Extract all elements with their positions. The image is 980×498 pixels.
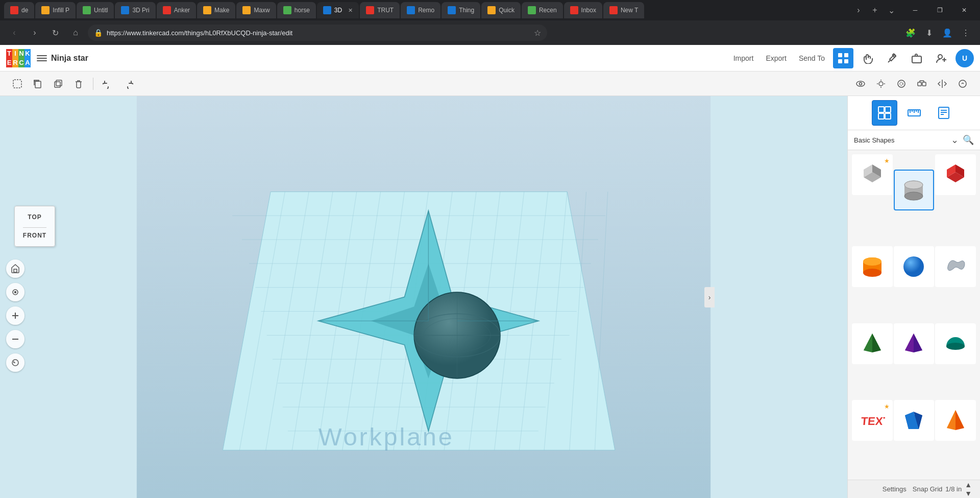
- tab-truth[interactable]: TRUT: [360, 2, 400, 18]
- shape-purple-pyramid[interactable]: [894, 323, 935, 364]
- tab-list-button[interactable]: ⌄: [884, 3, 898, 17]
- select-all-button[interactable]: [8, 75, 27, 93]
- shapes-tab[interactable]: [872, 100, 897, 126]
- send-to-button[interactable]: Send To: [795, 52, 829, 64]
- shape-green-pyramid[interactable]: [852, 323, 893, 364]
- mirror-button[interactable]: [933, 75, 951, 93]
- fit-view-button[interactable]: [6, 283, 24, 301]
- tab-make[interactable]: Make: [197, 2, 235, 18]
- downloads-icon[interactable]: ⬇: [921, 25, 937, 41]
- tab-newt[interactable]: New T: [603, 2, 644, 18]
- forward-button[interactable]: ›: [27, 25, 43, 41]
- export-button[interactable]: Export: [762, 52, 790, 64]
- tab-de[interactable]: de: [4, 2, 34, 18]
- svg-point-31: [15, 292, 16, 293]
- view-cube-inner[interactable]: TOP FRONT: [14, 206, 55, 247]
- category-dropdown-button[interactable]: ⌄: [951, 134, 959, 146]
- duplicate-button[interactable]: [49, 75, 67, 93]
- tab-thing[interactable]: Thing: [442, 2, 480, 18]
- profile-icon[interactable]: 👤: [939, 25, 955, 41]
- browser-toolbar-right: 🧩 ⬇ 👤 ⋮: [902, 25, 974, 41]
- tinkercad-logo[interactable]: T I N K E R C A: [6, 49, 31, 67]
- menu-hamburger-icon[interactable]: [37, 53, 47, 63]
- shape-scribble[interactable]: [935, 246, 976, 287]
- address-bar[interactable]: 🔒 https://www.tinkercad.com/things/hL0Rf…: [88, 25, 547, 41]
- tab-close-3d[interactable]: ✕: [348, 7, 353, 14]
- hand-tool-button[interactable]: [857, 48, 878, 68]
- box-shape: [860, 162, 885, 187]
- shape-box[interactable]: ★: [852, 154, 893, 195]
- tab-quick[interactable]: Quick: [481, 2, 521, 18]
- add-user-button[interactable]: [931, 48, 951, 68]
- tab-untitled[interactable]: Untitl: [77, 2, 114, 18]
- reset-view-button[interactable]: [6, 353, 24, 372]
- more-button[interactable]: [953, 75, 972, 93]
- search-button[interactable]: 🔍: [963, 134, 974, 146]
- new-tab-button[interactable]: +: [868, 3, 882, 17]
- menu-icon[interactable]: ⋮: [958, 25, 974, 41]
- tab-horse[interactable]: horse: [277, 2, 316, 18]
- svg-point-20: [898, 80, 905, 87]
- tab-3dprint[interactable]: 3D Pri: [115, 2, 155, 18]
- redo-button[interactable]: [119, 75, 137, 93]
- import-button[interactable]: Import: [729, 52, 758, 64]
- close-button[interactable]: ✕: [952, 0, 976, 20]
- tab-rem[interactable]: Remo: [401, 2, 440, 18]
- tab-maxw[interactable]: Maxw: [236, 2, 276, 18]
- shape-blue-prism[interactable]: [894, 400, 935, 441]
- hammer-button[interactable]: [882, 48, 902, 68]
- tab-inbox[interactable]: Inbox: [564, 2, 602, 18]
- shape-orange-cylinder[interactable]: [852, 246, 893, 287]
- hand-icon: [862, 53, 873, 64]
- tab-bar: de Infill P Untitl 3D Pri Anker Make Max…: [0, 0, 980, 20]
- viewport[interactable]: TOP FRONT: [0, 96, 847, 498]
- copy-button[interactable]: [29, 75, 47, 93]
- align-button[interactable]: [892, 75, 911, 93]
- tab-anker[interactable]: Anker: [157, 2, 196, 18]
- back-button[interactable]: ‹: [6, 25, 22, 41]
- bookmark-icon[interactable]: ☆: [534, 28, 541, 38]
- shape-half-sphere[interactable]: [935, 323, 976, 364]
- user-avatar[interactable]: U: [955, 49, 974, 67]
- view-toggle-button[interactable]: [851, 75, 870, 93]
- tab-3d[interactable]: 3D ✕: [317, 2, 359, 18]
- collapse-panel-button[interactable]: ›: [704, 287, 715, 307]
- undo-icon: [103, 79, 113, 89]
- delete-button[interactable]: [69, 75, 88, 93]
- ruler-tab[interactable]: [901, 100, 927, 126]
- zoom-in-button[interactable]: [6, 306, 24, 325]
- app-header: T I N K E R C A Ninja star Import Export…: [0, 45, 980, 72]
- extensions-icon[interactable]: 🧩: [902, 25, 919, 41]
- svg-marker-105: [872, 334, 881, 352]
- svg-rect-76: [878, 113, 884, 119]
- notes-tab[interactable]: [931, 100, 957, 126]
- shape-red-cube[interactable]: [935, 154, 976, 195]
- shape-sphere[interactable]: [894, 246, 935, 287]
- 3d-view-button[interactable]: [833, 48, 853, 68]
- reset-icon: [11, 358, 20, 367]
- maximize-button[interactable]: ❐: [928, 0, 951, 20]
- group-button[interactable]: [913, 75, 931, 93]
- home-button[interactable]: ⌂: [67, 25, 84, 41]
- snap-increment-button[interactable]: ▲ ▼: [965, 481, 972, 497]
- light-button[interactable]: [872, 75, 890, 93]
- undo-button[interactable]: [99, 75, 117, 93]
- refresh-button[interactable]: ↻: [47, 25, 63, 41]
- zoom-out-button[interactable]: [6, 330, 24, 348]
- shape-cylinder[interactable]: [894, 170, 935, 210]
- shape-text[interactable]: ★ TEXT: [852, 400, 893, 441]
- minimize-button[interactable]: ─: [903, 0, 927, 20]
- logo-a: A: [24, 58, 31, 67]
- view-cube[interactable]: TOP FRONT: [14, 206, 55, 247]
- tab-recen[interactable]: Recen: [522, 2, 563, 18]
- chevron-right-icon[interactable]: ›: [851, 3, 866, 17]
- snap-value: 1/8 in: [945, 485, 962, 493]
- briefcase-button[interactable]: [906, 48, 927, 68]
- home-view-button[interactable]: [6, 259, 24, 278]
- hammer-icon: [887, 53, 898, 64]
- tab-infill[interactable]: Infill P: [35, 2, 76, 18]
- trash-icon: [74, 79, 84, 89]
- star-icon-box: ★: [884, 157, 890, 164]
- shape-yellow-pyramid[interactable]: [935, 400, 976, 441]
- notes-icon: [937, 106, 951, 120]
